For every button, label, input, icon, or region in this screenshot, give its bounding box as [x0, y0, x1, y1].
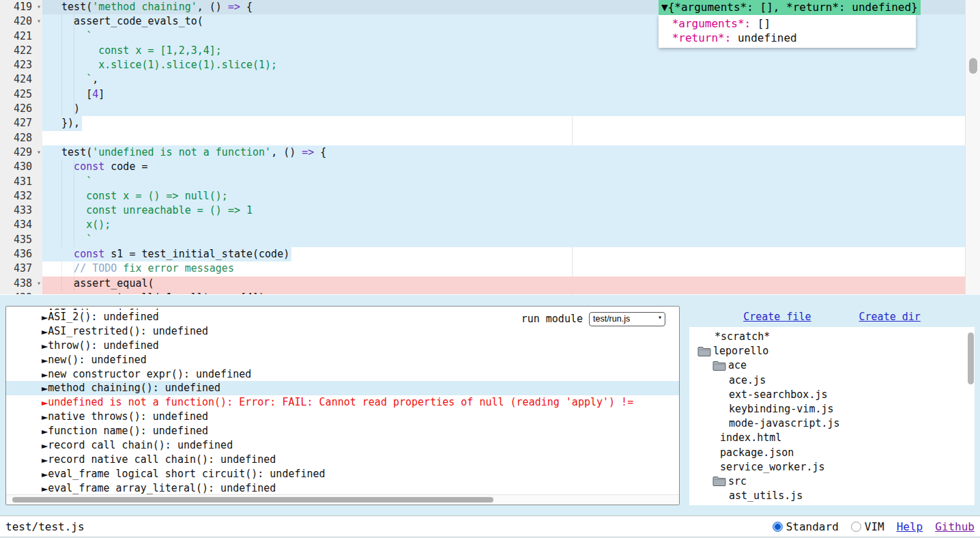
tree-file-item[interactable]: mode-javascript.js [689, 416, 975, 431]
result-row[interactable]: ►native throws(): undefined [6, 410, 679, 424]
tree-dir-item[interactable]: ace [689, 358, 975, 373]
result-row[interactable]: ►throw(): undefined [6, 339, 679, 353]
code-line[interactable]: 435 ` [0, 233, 965, 247]
code-line[interactable]: 431 ` [0, 175, 965, 189]
radio-vim-label: VIM [865, 520, 884, 533]
code-line[interactable]: 434 x(); [0, 218, 965, 232]
expand-arrow-icon[interactable]: ► [42, 441, 48, 451]
result-row[interactable]: ►record call chain(): undefined [6, 438, 679, 453]
tree-file-item[interactable]: ace.js [689, 373, 975, 388]
results-hscrollbar-thumb[interactable] [12, 497, 493, 502]
result-row[interactable]: ►function name(): undefined [6, 424, 679, 438]
code-line[interactable]: 438▾ assert_equal( [0, 277, 965, 291]
code-line[interactable]: 423 x.slice(1).slice(1).slice(1); [0, 58, 965, 72]
token: ` [49, 30, 92, 42]
result-row[interactable]: ►record native call chain(): undefined [6, 453, 679, 467]
line-number: 421 [0, 29, 42, 44]
token: assert_code_evals_to( [49, 15, 203, 27]
code-line[interactable]: 428 [0, 131, 965, 145]
help-link[interactable]: Help [897, 520, 923, 533]
file-tree: *scratch*leporelloaceace.jsext-searchbox… [689, 327, 975, 505]
editor-scrollbar[interactable] [965, 0, 980, 295]
result-row[interactable]: ►eval_frame logical short circuit(): und… [6, 467, 679, 481]
code-text: // TODO fix error messages [42, 261, 965, 276]
expand-arrow-icon[interactable]: ► [42, 455, 48, 465]
results-hscrollbar[interactable] [6, 494, 679, 505]
token: const [49, 248, 104, 260]
expand-arrow-icon[interactable]: ► [42, 313, 48, 322]
expand-arrow-icon[interactable]: ► [42, 356, 48, 365]
file-tree-scrollbar-thumb[interactable] [968, 332, 974, 384]
result-row[interactable]: ►eval_frame array_literal(): undefined [6, 481, 679, 496]
run-module-select[interactable]: test/run.js [589, 312, 665, 326]
tooltip-row[interactable]: *arguments*: [] [659, 16, 916, 31]
token: => [228, 1, 240, 13]
expand-arrow-icon[interactable]: ► [42, 341, 48, 351]
github-link[interactable]: Github [935, 520, 975, 533]
tree-dir-item[interactable]: src [689, 475, 975, 489]
fold-arrow-icon[interactable]: ▾ [37, 145, 41, 159]
result-row-text: ASI_restrited(): undefined [48, 325, 208, 337]
fold-arrow-icon[interactable]: ▾ [37, 276, 41, 290]
token: fix error messages [117, 262, 234, 274]
result-row[interactable]: ►new(): undefined [6, 353, 679, 367]
expand-arrow-icon[interactable]: ► [42, 470, 48, 479]
radio-vim-icon[interactable] [851, 522, 861, 532]
tree-file-item[interactable]: ast_utils.js [689, 489, 975, 503]
code-line[interactable]: 436 const s1 = test_initial_state(code) [0, 247, 965, 261]
expand-arrow-icon[interactable]: ► [42, 484, 48, 494]
editor-scrollbar-thumb[interactable] [969, 58, 977, 74]
tree-item-label: package.json [720, 446, 794, 460]
token: const [49, 160, 104, 173]
tree-dir-item[interactable]: leporello [689, 344, 975, 358]
tree-file-item[interactable]: ext-searchbox.js [689, 388, 975, 402]
line-number: 433 [0, 203, 42, 218]
result-row[interactable]: ►method chaining(): undefined [6, 381, 679, 395]
radio-standard-icon[interactable] [773, 522, 783, 532]
tooltip-row[interactable]: *return*: undefined [659, 31, 916, 45]
result-row[interactable]: ►undefined is not a function(): Error: F… [6, 395, 679, 410]
tree-file-item[interactable]: *scratch* [689, 330, 975, 344]
code-line[interactable]: 429▾ test('undefined is not a function',… [0, 145, 965, 160]
create-file-link[interactable]: Create file [743, 311, 811, 323]
code-line[interactable]: 432 const x = () => null(); [0, 189, 965, 203]
result-row-text: record call chain(): undefined [48, 439, 233, 451]
value-inspector-tooltip: ▼{*arguments*: [], *return*: undefined} … [659, 0, 921, 48]
tree-file-item[interactable]: package.json [689, 446, 975, 460]
tooltip-header[interactable]: ▼{*arguments*: [], *return*: undefined} [659, 0, 921, 15]
create-dir-link[interactable]: Create dir [859, 311, 921, 323]
token: s1 = test_initial_state(code) [104, 248, 289, 260]
expand-arrow-icon[interactable]: ► [42, 412, 48, 422]
result-row[interactable]: ►new constructor expr(): undefined [6, 367, 679, 382]
code-text: assert_equal( [42, 277, 965, 291]
expand-arrow-icon[interactable]: ► [42, 327, 48, 337]
fold-arrow-icon[interactable]: ▾ [37, 14, 41, 28]
keybinding-vim-option[interactable]: VIM [851, 520, 884, 533]
code-line[interactable]: 427 }), [0, 116, 965, 130]
expand-arrow-icon[interactable]: ► [42, 427, 48, 436]
tooltip-value: [] [751, 17, 770, 30]
expand-arrow-icon[interactable]: ► [42, 384, 48, 393]
tree-item-label: ace.js [729, 373, 766, 388]
expand-arrow-icon[interactable]: ► [42, 370, 48, 380]
code-line[interactable]: 424 `, [0, 72, 965, 87]
result-row[interactable]: ►ASI_restrited(): undefined [6, 324, 679, 339]
tree-file-item[interactable]: keybinding-vim.js [689, 402, 975, 416]
result-row-text: new(): undefined [48, 354, 147, 366]
code-editor[interactable]: 419▾ test('method chaining', () => {420▾… [0, 0, 965, 295]
code-line[interactable]: 426 ) [0, 102, 965, 116]
keybinding-standard-option[interactable]: Standard [773, 520, 839, 533]
code-line[interactable]: 433 const unreachable = () => 1 [0, 203, 965, 218]
result-row-text: eval_frame logical short circuit(): unde… [48, 468, 325, 480]
code-line[interactable]: 439 assert_call(s1.calltree, [4]) [0, 291, 965, 295]
line-number: 425 [0, 87, 42, 102]
tree-item-label: src [728, 475, 747, 489]
expand-arrow-icon[interactable]: ► [42, 398, 48, 408]
tree-file-item[interactable]: service_worker.js [689, 460, 975, 475]
status-bar: test/test.js Standard VIM Help Github [0, 515, 980, 537]
fold-arrow-icon[interactable]: ▾ [37, 0, 41, 14]
code-line[interactable]: 425 [4] [0, 87, 965, 102]
code-line[interactable]: 437 // TODO fix error messages [0, 261, 965, 276]
code-line[interactable]: 430 const code = [0, 160, 965, 174]
tree-file-item[interactable]: index.html [689, 431, 975, 445]
